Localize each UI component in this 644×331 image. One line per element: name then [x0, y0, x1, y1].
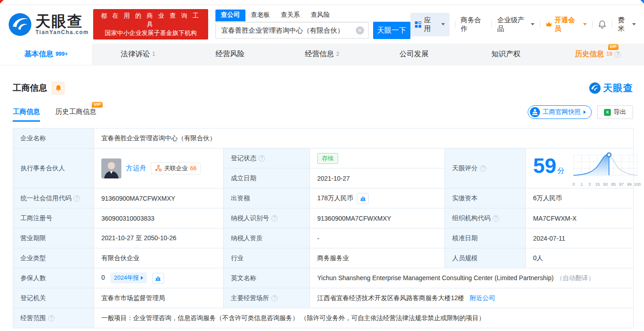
search-button[interactable]: 天眼一下 [373, 22, 410, 39]
apps-menu-button[interactable]: 应用 [410, 13, 449, 36]
help-icon[interactable] [493, 215, 499, 222]
divider [540, 21, 540, 28]
related-label: 关联企业 [164, 164, 188, 173]
related-companies-badge[interactable]: 关联企业 66 [151, 163, 200, 174]
partner-avatar[interactable] [101, 158, 121, 178]
watermark-logo: 天眼查 [589, 82, 633, 94]
subtab-history-registration[interactable]: 历史工商信息 VIP [55, 108, 96, 122]
related-count: 66 [190, 165, 196, 172]
user-menu[interactable]: 费米 [618, 16, 636, 33]
field-label: 工商注册号 [13, 208, 94, 228]
field-label: 执行事务合伙人 [13, 148, 94, 188]
field-label: 英文名称 [224, 268, 310, 288]
divider [455, 21, 455, 28]
nearby-companies-link[interactable]: 附近公司 [469, 294, 495, 301]
subtab-business-registration[interactable]: 工商信息 [13, 108, 40, 122]
org-network-icon [155, 165, 162, 172]
tab-label: 基本信息 [24, 49, 53, 59]
divider [592, 21, 593, 28]
tab-basic-info[interactable]: 基本信息 999+ [0, 44, 92, 65]
company-detail-tabs: 基本信息 999+ 法律诉讼 1 经营风险 经营信息 2 公司发展 知识产权 历… [0, 44, 644, 65]
nav-enterprise-products[interactable]: 企业级产品 [497, 16, 534, 33]
annual-report-tag[interactable]: 2024年报 [110, 272, 147, 283]
tab-business-risk[interactable]: 经营风险 [184, 44, 276, 65]
credit-code-value: 91360900MA7CFWXMXY [94, 188, 224, 208]
table-row: 经营范围 一般项目：企业管理咨询，信息咨询服务（不含许可类信息咨询服务） （除许… [13, 308, 634, 328]
tab-count: 999+ [55, 51, 68, 57]
industry-value: 商务服务业 [310, 248, 445, 268]
field-label: 主要经营场所 [224, 288, 310, 308]
official-snapshot-button[interactable]: 工商官网快照 [528, 105, 592, 119]
help-icon[interactable] [480, 165, 486, 172]
tab-legal-litigation[interactable]: 法律诉讼 1 [92, 44, 184, 65]
help-icon[interactable] [614, 51, 621, 58]
business-term-value: 2021-10-27 至 2050-10-26 [94, 228, 224, 248]
table-row: 登记机关 宜春市市场监督管理局 主要经营场所 江西省宜春经济技术开发区春风路客商… [13, 288, 634, 308]
help-icon[interactable] [74, 195, 80, 202]
tianyancha-logo-icon [8, 13, 32, 36]
help-icon[interactable] [48, 315, 55, 321]
taxpayer-qualification-value: - [310, 228, 445, 248]
notification-bell-icon[interactable] [598, 20, 606, 29]
company-type-value: 有限合伙企业 [94, 248, 224, 268]
monitor-bell-button[interactable] [52, 82, 65, 94]
tab-intellectual-property[interactable]: 知识产权 [460, 44, 552, 65]
field-label: 组织机构代码 [445, 208, 526, 228]
tab-label: 经营信息 [305, 49, 334, 59]
score-axis-ticks: 0 1 3 15 50 85 97 99 100 [571, 182, 640, 188]
main-content: 工商信息 天眼查 工商信息 历史工商信息 VIP [0, 65, 644, 328]
watermark-text: 天眼查 [603, 82, 633, 94]
staff-size-value: 0人 [526, 248, 634, 268]
search-tab-boss[interactable]: 查老板 [245, 10, 275, 21]
field-label: 统一社会信用代码 [13, 188, 94, 208]
export-button[interactable]: X 导出 [597, 105, 633, 119]
tab-business-info[interactable]: 经营信息 2 [276, 44, 368, 65]
tab-label: 经营风险 [215, 49, 245, 59]
tab-company-development[interactable]: 公司发展 [368, 44, 460, 65]
vip-label: 开通会员 [554, 16, 579, 33]
search-input[interactable] [215, 22, 369, 39]
english-name-cell: Yichun Shansheng Enterprise Management C… [310, 268, 634, 288]
org-code-value: MA7CFWXM-X [526, 208, 634, 228]
field-label: 登记机关 [13, 288, 94, 308]
tianyancha-logo[interactable]: 天眼查 TianYanCha.com [8, 13, 89, 36]
subtab-label-wrap: 历史工商信息 VIP [55, 108, 96, 115]
clear-icon[interactable]: ✕ [356, 26, 364, 35]
tab-count: 2 [336, 51, 339, 57]
chevron-down-icon [531, 23, 534, 25]
tyc-score-cell: 59分 [526, 148, 634, 188]
tab-history-info[interactable]: 历史信息 VIP 19 [552, 44, 644, 65]
partner-name-link[interactable]: 方运舟 [126, 164, 146, 173]
corner-decoration-right [640, 0, 644, 4]
search-tab-company[interactable]: 查公司 [215, 10, 245, 21]
field-label: 登记状态 [224, 148, 310, 168]
insured-chart-icon[interactable] [152, 273, 164, 284]
snapshot-label: 工商官网快照 [543, 108, 581, 116]
field-label: 人员规模 [445, 248, 526, 268]
managing-partner-cell: 方运舟 关联企业 66 [94, 148, 224, 188]
field-label: 实缴资本 [445, 188, 526, 208]
field-label: 企业名称 [13, 128, 94, 148]
auto-translate-note: （自动翻译） [556, 274, 594, 282]
field-label: 经营范围 [13, 308, 94, 328]
nav-cooperation[interactable]: 商务合作 [460, 16, 486, 33]
field-label: 成立日期 [224, 168, 310, 188]
paid-capital-value: 6万人民币 [526, 188, 634, 208]
help-icon[interactable] [259, 155, 265, 162]
divider [612, 21, 612, 28]
capital-cell: 178万人民币 [310, 188, 445, 208]
table-row: 营业期限 2021-10-27 至 2050-10-26 纳税人资质 - 核准日… [13, 228, 634, 248]
capital-chart-icon[interactable] [357, 193, 369, 204]
table-row: 工商注册号 360900310003833 纳税人识别号 91360900MA7… [13, 208, 634, 228]
search-tab-relation[interactable]: 查关系 [275, 10, 305, 21]
search-tab-risk[interactable]: 查风险 [305, 10, 335, 21]
help-icon[interactable] [271, 295, 278, 301]
vip-membership-button[interactable]: 开通会员 [545, 16, 587, 33]
field-label: 纳税人资质 [224, 228, 310, 248]
establish-date-value: 2021-10-27 [310, 168, 445, 188]
help-icon[interactable] [271, 215, 278, 222]
vip-badge: VIP [92, 102, 103, 108]
reg-number-value: 360900310003833 [94, 208, 224, 228]
score-value: 59分 [533, 155, 564, 181]
tianyancha-logo-icon [589, 82, 601, 94]
